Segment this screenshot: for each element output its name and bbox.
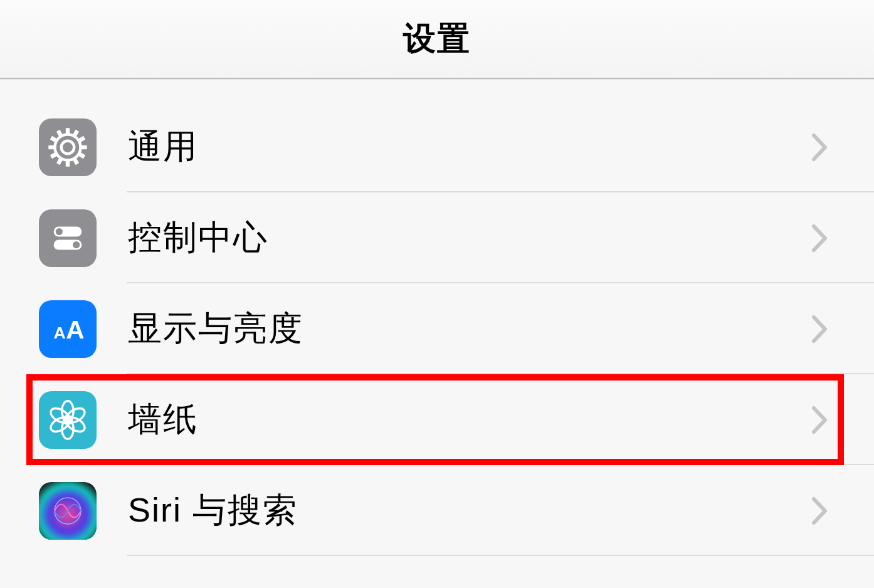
- svg-point-17: [73, 241, 80, 248]
- svg-text:A: A: [66, 315, 84, 344]
- svg-point-15: [56, 228, 63, 234]
- settings-row-label: 显示与亮度: [128, 306, 303, 352]
- settings-row-label: Siri 与搜索: [128, 488, 298, 533]
- header: 设置: [0, 0, 874, 79]
- settings-row-wallpaper[interactable]: 墙纸: [0, 374, 874, 465]
- settings-row-label: 控制中心: [128, 215, 268, 261]
- svg-point-1: [55, 134, 81, 160]
- siri-icon: [39, 482, 97, 540]
- settings-row-control-center[interactable]: 控制中心: [0, 192, 874, 283]
- text-size-icon: A A: [39, 300, 97, 358]
- chevron-right-icon: [811, 315, 829, 344]
- gear-icon: [39, 118, 97, 176]
- settings-row-display[interactable]: A A 显示与亮度: [0, 283, 874, 374]
- toggles-icon: [39, 209, 97, 267]
- settings-row-label: 墙纸: [128, 397, 198, 443]
- row-divider: [127, 555, 874, 556]
- svg-text:A: A: [54, 323, 66, 342]
- chevron-right-icon: [811, 406, 829, 434]
- chevron-right-icon: [811, 133, 829, 162]
- svg-rect-5: [82, 145, 87, 149]
- settings-list: 通用 控制中心: [0, 79, 874, 556]
- settings-row-general[interactable]: 通用: [0, 102, 874, 192]
- svg-rect-2: [66, 128, 70, 134]
- chevron-right-icon: [811, 224, 829, 253]
- settings-row-label: 通用: [128, 124, 198, 170]
- chevron-right-icon: [811, 496, 829, 525]
- page-title: 设置: [403, 17, 471, 61]
- flower-icon: [39, 391, 97, 449]
- settings-row-siri[interactable]: Siri 与搜索: [0, 465, 874, 556]
- svg-rect-8: [66, 160, 70, 166]
- svg-point-26: [48, 405, 71, 425]
- svg-point-0: [61, 140, 74, 153]
- svg-rect-11: [48, 145, 54, 149]
